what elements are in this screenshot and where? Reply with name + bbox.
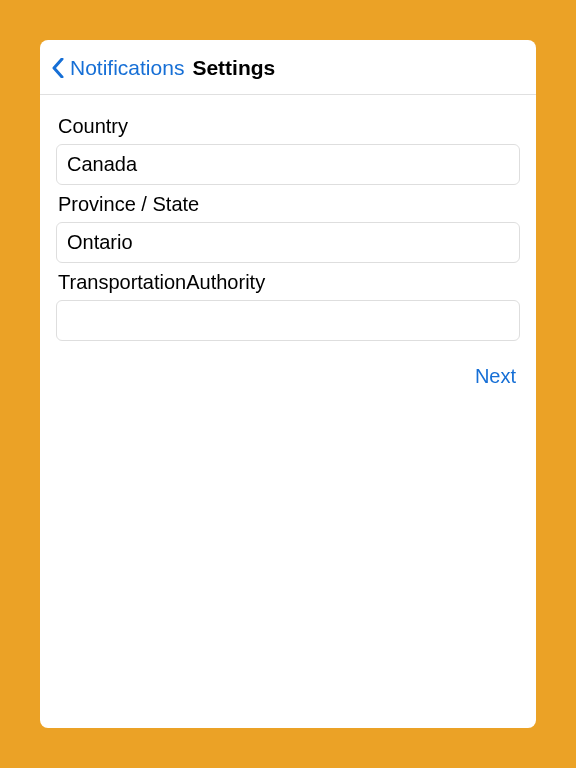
province-input[interactable] [56,222,520,263]
authority-label: TransportationAuthority [56,269,520,300]
next-button[interactable]: Next [475,365,516,387]
next-row: Next [56,347,520,388]
country-group: Country [56,113,520,185]
nav-header: Notifications Settings [40,40,536,95]
back-button-label[interactable]: Notifications [70,56,184,80]
country-input[interactable] [56,144,520,185]
province-label: Province / State [56,191,520,222]
authority-group: TransportationAuthority [56,269,520,341]
back-chevron-icon[interactable] [52,58,66,78]
province-group: Province / State [56,191,520,263]
authority-input[interactable] [56,300,520,341]
settings-card: Notifications Settings Country Province … [40,40,536,728]
form-area: Country Province / State TransportationA… [40,95,536,388]
country-label: Country [56,113,520,144]
page-title: Settings [192,56,275,80]
